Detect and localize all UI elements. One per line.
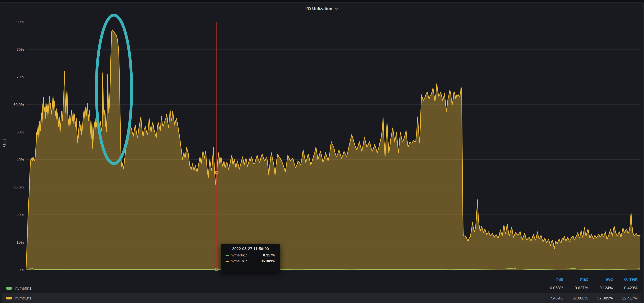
y-tick-0%: 0% xyxy=(19,268,24,272)
y-tick-20%: 20% xyxy=(16,213,24,217)
y-tick-10%: 10% xyxy=(16,240,24,244)
panel-title[interactable]: I/O Utilization xyxy=(305,6,332,11)
stat-value: 12.417% xyxy=(613,295,638,301)
series-swatch-nvme1n1 xyxy=(226,261,229,262)
legend-stats-nvme0n1: 0.058% 0.627% 0.124% 0.423% xyxy=(538,285,638,290)
legend-stats-header: min max avg current xyxy=(538,276,638,282)
stat-value: 37.389% xyxy=(588,295,613,301)
stat-value: 0.627% xyxy=(563,285,588,290)
y-tick-30.0%: 30.0% xyxy=(13,185,24,189)
tooltip-timestamp: 2022-08-27 11:50:00 xyxy=(226,246,276,251)
stat-value: 7.469% xyxy=(538,295,563,301)
stat-value: 0.124% xyxy=(588,285,613,290)
legend-label[interactable]: nvme1n1 xyxy=(15,295,32,301)
y-tick-50%: 50% xyxy=(16,130,24,134)
tooltip-series-value: 0.117% xyxy=(263,253,276,258)
panel-header[interactable]: I/O Utilization xyxy=(0,2,644,15)
y-tick-80%: 80% xyxy=(16,47,24,52)
tooltip-row-nvme1n1: nvme1n1: 35.309% xyxy=(226,259,276,263)
tooltip-row-nvme0n1: nvme0n1: 0.117% xyxy=(226,253,276,258)
legend-swatch-nvme1n1[interactable] xyxy=(6,297,12,300)
y-tick-70%: 70% xyxy=(16,75,24,79)
stat-header-max[interactable]: max xyxy=(563,276,588,282)
stat-value: 0.058% xyxy=(538,285,563,290)
y-axis-title: %util xyxy=(2,139,7,147)
stat-value: 87.008% xyxy=(563,295,588,301)
stat-value: 0.423% xyxy=(613,285,638,290)
tooltip-series-value: 35.309% xyxy=(261,259,276,263)
legend-swatch-nvme0n1[interactable] xyxy=(6,287,12,290)
chevron-down-icon xyxy=(334,6,339,11)
legend-item-nvme1n1[interactable]: nvme1n1 xyxy=(6,295,32,301)
tooltip: 2022-08-27 11:50:00 nvme0n1: 0.117% nvme… xyxy=(221,244,280,272)
stat-header-avg[interactable]: avg xyxy=(588,276,613,282)
stat-header-current[interactable]: current xyxy=(613,276,638,282)
series-area-nvme1n1 xyxy=(26,30,640,270)
y-tick-60.0%: 60.0% xyxy=(13,102,24,107)
tooltip-series-name: nvme0n1: xyxy=(231,253,247,258)
timeseries-chart[interactable]: 90%80%70%60.0%50%40%30.0%20%10%0% %util xyxy=(0,0,644,303)
tooltip-series-name: nvme1n1: xyxy=(231,259,247,263)
legend-item-nvme0n1[interactable]: nvme0n1 xyxy=(6,286,32,291)
y-tick-40%: 40% xyxy=(16,158,24,162)
legend-stats-nvme1n1: 7.469% 87.008% 37.389% 12.417% xyxy=(538,295,638,301)
y-tick-90%: 90% xyxy=(16,20,24,24)
legend-label[interactable]: nvme0n1 xyxy=(15,286,32,291)
series-swatch-nvme0n1 xyxy=(226,255,229,256)
dashboard-page: I/O Utilization 90%80%70%60.0%50%40%30.0… xyxy=(0,0,644,303)
stat-header-min[interactable]: min xyxy=(538,276,563,282)
